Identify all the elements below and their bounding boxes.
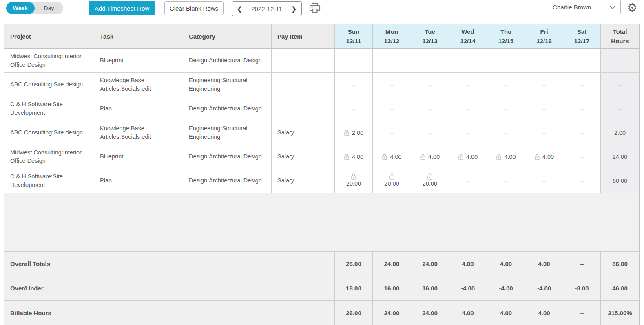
date-navigator[interactable]: ❮ 2022-12-11 ❯ [232,1,302,16]
lock-icon [534,154,540,160]
hours-cell[interactable]: -- [525,73,563,97]
hours-cell[interactable]: -- [563,145,601,169]
hours-cell-locked: 2.00 [335,121,373,145]
table-row: ABC Consulting:Site design Knowledge Bas… [4,121,639,145]
hours-cell[interactable]: -- [335,73,373,97]
task-cell[interactable]: Plan [94,169,183,193]
hours-cell[interactable]: -- [563,121,601,145]
hours-cell[interactable]: -- [487,97,525,121]
row-total-cell: 60.00 [601,169,639,193]
toggle-week[interactable]: Week [6,2,35,14]
lock-icon [420,154,426,160]
hours-cell[interactable]: -- [563,97,601,121]
hours-cell[interactable]: -- [525,97,563,121]
col-header-sun: Sun 12/11 [335,24,373,48]
pay-item-cell[interactable] [272,49,335,72]
task-cell[interactable]: Blueprint [94,49,183,72]
timesheet-app: Week Day Add Timesheet Row Clear Blank R… [0,0,644,325]
category-cell[interactable]: Design:Architectural Design [183,49,272,72]
footer-value-cell: 4.00 [487,252,525,276]
table-row: Midwest Consulting:Interior Office Desig… [4,49,639,73]
lock-icon [351,173,356,180]
pay-item-cell[interactable]: Salary [272,169,335,193]
hours-cell[interactable]: -- [487,169,525,193]
view-toggle[interactable]: Week Day [6,2,63,14]
hours-cell[interactable]: -- [487,121,525,145]
hours-cell[interactable]: -- [449,169,487,193]
pay-item-cell[interactable]: Salary [272,145,335,169]
hours-cell[interactable]: -- [373,97,411,121]
pay-item-cell[interactable] [272,97,335,121]
hours-cell-locked: 4.00 [525,145,563,169]
hours-cell[interactable]: -- [335,49,373,72]
project-cell[interactable]: C & H Software:Site Development [4,97,94,121]
project-cell[interactable]: ABC Consulting:Site design [4,121,94,145]
gear-icon[interactable]: ⚙ [625,0,639,15]
hours-cell[interactable]: -- [373,49,411,72]
hours-cell[interactable]: -- [563,169,601,193]
category-cell[interactable]: Engineering:Structural Engineering [183,73,272,97]
project-cell[interactable]: ABC Consulting:Site design [4,73,94,97]
footer-value-cell: 24.00 [373,301,411,325]
clear-blank-rows-button[interactable]: Clear Blank Rows [164,1,224,15]
task-cell[interactable]: Knowledge Base Articles:Socials edit [94,73,183,97]
add-timesheet-row-button[interactable]: Add Timesheet Row [89,1,155,15]
col-header-total-hours: Total Hours [601,24,639,48]
category-cell[interactable]: Design:Architectural Design [183,97,272,121]
lock-icon [382,154,387,160]
date-display[interactable]: 2022-12-11 [251,5,282,12]
chevron-down-icon [609,5,615,9]
hours-cell[interactable]: -- [411,97,449,121]
footer-value-cell: -- [563,252,601,276]
hours-cell[interactable]: -- [449,97,487,121]
hours-cell[interactable]: -- [411,121,449,145]
row-total-cell: -- [601,49,639,72]
task-cell[interactable]: Knowledge Base Articles:Socials edit [94,121,183,145]
hours-cell[interactable]: -- [449,49,487,72]
pay-item-cell[interactable] [272,73,335,97]
timesheet-table: Project Task Category Pay Item Sun 12/11… [4,24,640,325]
hours-cell[interactable]: -- [373,73,411,97]
hours-cell-locked: 20.00 [411,169,449,193]
project-cell[interactable]: Midwest Consulting:Interior Office Desig… [4,49,94,72]
category-cell[interactable]: Design:Architectural Design [183,169,272,193]
over-under-row: Over/Under 18.00 16.00 16.00 -4.00 -4.00… [4,276,639,301]
hours-cell[interactable]: -- [487,73,525,97]
category-cell[interactable]: Design:Architectural Design [183,145,272,169]
footer-value-cell: 4.00 [487,301,525,325]
lock-icon [458,154,464,160]
table-row: Midwest Consulting:Interior Office Desig… [4,145,639,169]
toggle-day[interactable]: Day [35,2,63,14]
print-icon[interactable] [308,2,322,15]
task-cell[interactable]: Blueprint [94,145,183,169]
hours-cell[interactable]: -- [411,49,449,72]
hours-cell[interactable]: -- [563,49,601,72]
project-cell[interactable]: Midwest Consulting:Interior Office Desig… [4,145,94,169]
user-selector[interactable]: Charlie Brown [547,0,621,14]
hours-cell[interactable]: -- [335,97,373,121]
footer-value-cell: 4.00 [525,252,563,276]
hours-cell-locked: 4.00 [449,145,487,169]
hours-cell-locked: 4.00 [487,145,525,169]
footer-value-cell: -- [563,301,601,325]
row-total-cell: 24.00 [601,145,639,169]
footer-value-cell: 18.00 [335,276,373,300]
next-week-icon[interactable]: ❯ [291,6,297,12]
lock-icon [344,154,350,160]
hours-cell[interactable]: -- [449,73,487,97]
prev-week-icon[interactable]: ❮ [237,6,242,12]
hours-cell[interactable]: -- [487,49,525,72]
task-cell[interactable]: Plan [94,97,183,121]
lock-icon [344,130,350,136]
lock-icon [427,173,433,180]
hours-cell[interactable]: -- [563,73,601,97]
category-cell[interactable]: Engineering:Structural Engineering [183,121,272,145]
hours-cell[interactable]: -- [411,73,449,97]
pay-item-cell[interactable]: Salary [272,121,335,145]
project-cell[interactable]: C & H Software:Site Development [4,169,94,193]
hours-cell[interactable]: -- [373,121,411,145]
hours-cell[interactable]: -- [525,49,563,72]
hours-cell[interactable]: -- [449,121,487,145]
hours-cell[interactable]: -- [525,121,563,145]
hours-cell[interactable]: -- [525,169,563,193]
